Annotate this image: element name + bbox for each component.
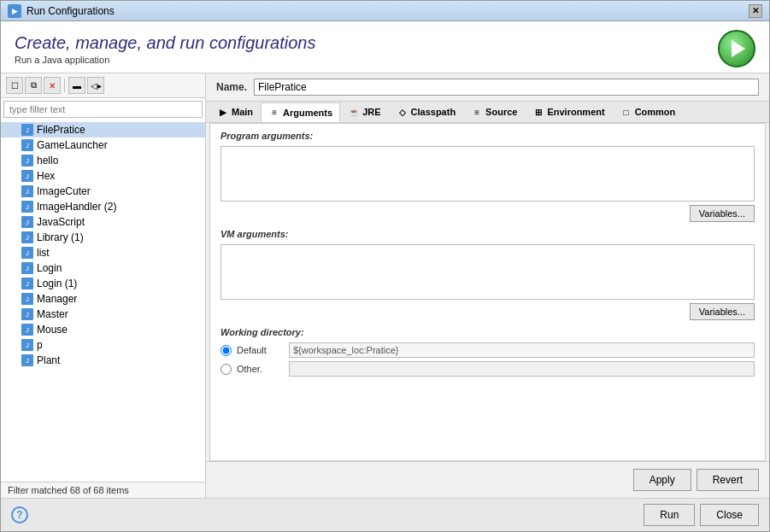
help-button[interactable]: ? — [11, 506, 28, 523]
filter-input[interactable] — [3, 101, 203, 118]
java-app-icon: J — [21, 185, 33, 197]
name-input[interactable] — [254, 79, 759, 96]
tree-item-filepratice[interactable]: J FilePratice — [1, 122, 205, 137]
java-app-icon: J — [21, 339, 33, 351]
program-args-label: Program arguments: — [220, 131, 755, 141]
tab-arguments[interactable]: ≡ Arguments — [261, 102, 340, 123]
tab-jre-label: JRE — [362, 107, 380, 117]
collapse-button[interactable]: ◁▸ — [87, 77, 104, 94]
tab-environment[interactable]: ⊞ Environment — [525, 102, 612, 122]
tab-arguments-label: Arguments — [283, 108, 332, 118]
vm-args-section: VM arguments: Variables... — [220, 229, 755, 320]
close-window-button[interactable]: ✕ — [749, 4, 762, 18]
delete-config-button[interactable]: ✕ — [44, 77, 61, 94]
title-bar: ▶ Run Configurations ✕ — [1, 1, 769, 21]
other-radio-label[interactable]: Other. — [237, 364, 284, 374]
footer-buttons: Run Close — [644, 504, 759, 526]
tab-source[interactable]: ≡ Source — [463, 102, 525, 122]
left-panel: ☐ ⧉ ✕ ▬ ◁▸ J FilePratice J GameLauncher — [1, 73, 206, 498]
tab-main-label: Main — [232, 107, 253, 117]
tree-item-manager[interactable]: J Manager — [1, 291, 205, 307]
tree-item-javascript[interactable]: J JavaScript — [1, 214, 205, 230]
source-tab-icon: ≡ — [471, 106, 483, 118]
tab-main[interactable]: ▶ Main — [209, 102, 261, 122]
java-app-icon: J — [21, 262, 33, 274]
apply-button[interactable]: Apply — [633, 469, 691, 491]
duplicate-config-button[interactable]: ⧉ — [25, 77, 42, 94]
tree-item-imagecuter[interactable]: J ImageCuter — [1, 184, 205, 199]
tree-item-mouse[interactable]: J Mouse — [1, 322, 205, 337]
java-app-icon: J — [21, 354, 33, 366]
tree-item-library[interactable]: J Library (1) — [1, 230, 205, 245]
tab-classpath[interactable]: ◇ Classpath — [389, 102, 464, 122]
tree-item-plant[interactable]: J Plant — [1, 353, 205, 368]
tab-content-arguments: Program arguments: Variables... VM argum… — [209, 123, 766, 461]
tree-item-p[interactable]: J p — [1, 337, 205, 353]
main-content: ☐ ⧉ ✕ ▬ ◁▸ J FilePratice J GameLauncher — [1, 73, 769, 498]
tree-item-label: ImageCuter — [37, 185, 91, 197]
tree-item-label: Plant — [37, 354, 60, 366]
tree-item-label: p — [37, 339, 43, 351]
program-args-textarea[interactable] — [220, 146, 755, 202]
tree-item-imagehandler[interactable]: J ImageHandler (2) — [1, 199, 205, 214]
name-row: Name. — [206, 73, 769, 102]
tree-item-login1[interactable]: J Login (1) — [1, 276, 205, 291]
default-radio-label[interactable]: Default — [237, 345, 284, 355]
main-tab-icon: ▶ — [217, 106, 229, 118]
tree-item-label: Mouse — [37, 324, 68, 336]
tab-jre[interactable]: ☕ JRE — [340, 102, 388, 122]
run-icon[interactable] — [718, 30, 755, 67]
tree-item-gamelauncher[interactable]: J GameLauncher — [1, 137, 205, 153]
tree-item-label: Login (1) — [37, 278, 77, 289]
run-button[interactable]: Run — [644, 504, 695, 526]
tree-item-label: list — [37, 247, 50, 259]
app-icon: ▶ — [8, 4, 21, 18]
header-text: Create, manage, and run configurations R… — [15, 33, 315, 65]
tab-common-label: Common — [635, 107, 676, 117]
tab-environment-label: Environment — [547, 107, 604, 117]
java-app-icon: J — [21, 308, 33, 320]
tab-source-label: Source — [485, 107, 517, 117]
java-app-icon: J — [21, 170, 33, 182]
footer-bar: ? Run Close — [1, 498, 769, 531]
tree-item-label: Hex — [37, 170, 55, 182]
java-app-icon: J — [21, 124, 33, 136]
java-app-icon: J — [21, 139, 33, 151]
filter-area — [1, 98, 205, 120]
tree-item-label: Master — [37, 308, 68, 320]
vm-args-textarea[interactable] — [220, 244, 755, 300]
default-radio[interactable] — [220, 345, 232, 356]
tree-item-list[interactable]: J list — [1, 245, 205, 260]
revert-button[interactable]: Revert — [697, 469, 759, 491]
program-args-variables-button[interactable]: Variables... — [690, 205, 755, 222]
new-config-button[interactable]: ☐ — [6, 77, 23, 94]
vm-args-variables-button[interactable]: Variables... — [690, 303, 755, 320]
tree-item-hello[interactable]: J hello — [1, 153, 205, 168]
filter-button[interactable]: ▬ — [68, 77, 85, 94]
close-button[interactable]: Close — [700, 504, 759, 526]
tree-item-label: ImageHandler (2) — [37, 201, 116, 213]
java-app-icon: J — [21, 231, 33, 243]
java-app-icon: J — [21, 293, 33, 305]
other-radio[interactable] — [220, 364, 232, 375]
filter-status: Filter matched 68 of 68 items — [1, 482, 205, 498]
arguments-tab-icon: ≡ — [268, 107, 280, 119]
title-bar-left: ▶ Run Configurations — [8, 4, 115, 18]
tabs-bar: ▶ Main ≡ Arguments ☕ JRE ◇ Classpath ≡ — [206, 102, 769, 123]
other-radio-row: Other. — [220, 361, 755, 377]
other-dir-input[interactable] — [289, 361, 755, 377]
java-app-icon: J — [21, 216, 33, 228]
default-dir-input[interactable] — [289, 342, 755, 358]
tree-item-master[interactable]: J Master — [1, 307, 205, 322]
tree-item-label: Library (1) — [37, 231, 84, 243]
tree-list: J FilePratice J GameLauncher J hello J H… — [1, 120, 205, 482]
tab-common[interactable]: □ Common — [613, 102, 684, 122]
tree-item-login[interactable]: J Login — [1, 260, 205, 276]
working-dir-section: Working directory: Default Other. — [220, 327, 755, 377]
default-radio-row: Default — [220, 342, 755, 358]
java-app-icon: J — [21, 278, 33, 289]
java-app-icon: J — [21, 155, 33, 167]
tree-item-hex[interactable]: J Hex — [1, 168, 205, 184]
toolbar-separator — [64, 79, 65, 92]
java-app-icon: J — [21, 201, 33, 213]
